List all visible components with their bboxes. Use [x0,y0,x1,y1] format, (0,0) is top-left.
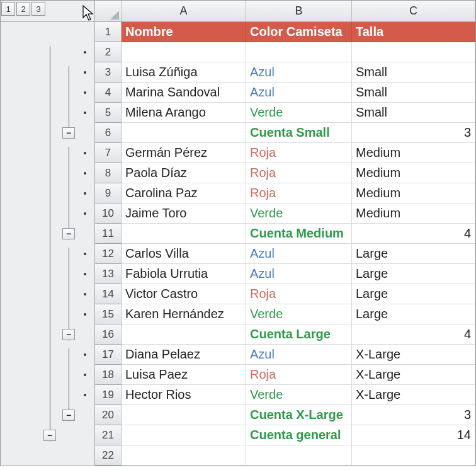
outline-level-1-button[interactable]: 1 [1,2,15,16]
row-header[interactable]: 13 [95,264,122,284]
cell-color[interactable]: Verde [246,304,352,324]
row-header[interactable]: 1 [95,22,122,42]
row-header[interactable]: 7 [95,143,122,163]
cell-nombre[interactable]: Milena Arango [122,103,246,123]
cell-talla[interactable]: Small [352,103,475,123]
cell-talla[interactable] [352,445,475,466]
row-header[interactable]: 17 [95,345,122,365]
collapse-button[interactable]: − [62,410,75,421]
row-header[interactable]: 18 [95,365,122,385]
cell-nombre[interactable] [122,123,246,143]
cell-nombre[interactable]: Karen Hernández [122,304,246,324]
cell-nombre[interactable]: Luisa Zúñiga [122,62,246,83]
cell-nombre[interactable]: Victor Castro [122,284,246,304]
cell-color[interactable]: Roja [246,284,352,304]
cell-nombre[interactable] [122,224,246,244]
row-header[interactable]: 19 [95,385,122,405]
cell-nombre[interactable]: Luisa Paez [122,365,246,385]
cell-color[interactable]: Verde [246,385,352,405]
cell-talla[interactable]: 14 [352,425,475,445]
cell-talla[interactable]: 3 [352,123,475,143]
collapse-button[interactable]: − [62,228,75,239]
row-header[interactable]: 12 [95,244,122,264]
cell-talla[interactable]: Large [352,284,475,304]
column-header-A[interactable]: A [122,1,246,22]
cell-nombre[interactable]: Fabiola Urrutia [122,264,246,284]
collapse-button[interactable]: − [43,430,56,441]
cell-color[interactable]: Verde [246,203,352,224]
header-cell-nombre[interactable]: Nombre [122,22,246,42]
column-header-C[interactable]: C [352,1,475,22]
row-header[interactable]: 22 [95,445,122,466]
row-header[interactable]: 11 [95,224,122,244]
cell-nombre[interactable]: Hector Rios [122,385,246,405]
cell-talla[interactable]: X-Large [352,365,475,385]
cell-talla[interactable]: Medium [352,203,475,224]
row-header[interactable]: 15 [95,304,122,324]
cell-color[interactable]: Cuenta Small [246,123,352,143]
cell-color[interactable]: Roja [246,183,352,203]
cell-color[interactable]: Roja [246,163,352,183]
cell-color[interactable]: Roja [246,143,352,163]
cell-color[interactable]: Cuenta general [246,425,352,445]
cell-talla[interactable]: 4 [352,224,475,244]
cell-nombre[interactable]: Carlos Villa [122,244,246,264]
cell-color[interactable]: Azul [246,244,352,264]
cell-nombre[interactable]: Marina Sandoval [122,83,246,103]
cell-color[interactable] [246,445,352,466]
cell-talla[interactable]: Large [352,264,475,284]
cell-talla[interactable]: X-Large [352,345,475,365]
cell-talla[interactable]: Small [352,83,475,103]
row-header[interactable]: 14 [95,284,122,304]
cell-talla[interactable]: Medium [352,163,475,183]
select-all-corner[interactable] [95,1,122,22]
cell-color[interactable]: Azul [246,345,352,365]
cell-nombre[interactable]: Carolina Paz [122,183,246,203]
cell-talla[interactable]: Medium [352,143,475,163]
column-header-B[interactable]: B [246,1,352,22]
cell-nombre[interactable]: Diana Pelaez [122,345,246,365]
cell-nombre[interactable]: Jaime Toro [122,203,246,224]
cell-talla[interactable] [352,42,475,62]
cell-color[interactable]: Azul [246,264,352,284]
cell-talla[interactable]: Large [352,304,475,324]
cell-talla[interactable]: Large [352,244,475,264]
cell-talla[interactable]: 4 [352,324,475,345]
row-header[interactable]: 2 [95,42,122,62]
cell-nombre[interactable] [122,445,246,466]
row-header[interactable]: 16 [95,324,122,345]
row-header[interactable]: 9 [95,183,122,203]
cell-nombre[interactable] [122,405,246,425]
cell-color[interactable]: Cuenta X-Large [246,405,352,425]
cell-color[interactable]: Verde [246,103,352,123]
row-header[interactable]: 21 [95,425,122,445]
collapse-button[interactable]: − [62,127,75,139]
cell-talla[interactable]: X-Large [352,385,475,405]
outline-level-2-button[interactable]: 2 [16,2,30,16]
cell-nombre[interactable]: Germán Pérez [122,143,246,163]
row-header[interactable]: 3 [95,62,122,83]
row-header[interactable]: 6 [95,123,122,143]
cell-nombre[interactable]: Paola Díaz [122,163,246,183]
cell-talla[interactable]: 3 [352,405,475,425]
cell-color[interactable]: Roja [246,365,352,385]
row-header[interactable]: 10 [95,203,122,224]
row-header[interactable]: 20 [95,405,122,425]
cell-nombre[interactable] [122,42,246,62]
outline-level-3-button[interactable]: 3 [31,2,45,16]
cell-color[interactable]: Cuenta Large [246,324,352,345]
cell-talla[interactable]: Medium [352,183,475,203]
collapse-button[interactable]: − [62,329,75,340]
row-header[interactable]: 5 [95,103,122,123]
cell-talla[interactable]: Small [352,62,475,83]
cell-color[interactable]: Azul [246,62,352,83]
row-header[interactable]: 8 [95,163,122,183]
row-header[interactable]: 4 [95,83,122,103]
header-cell-talla[interactable]: Talla [352,22,475,42]
cell-color[interactable] [246,42,352,62]
cell-nombre[interactable] [122,425,246,445]
header-cell-color[interactable]: Color Camiseta [246,22,352,42]
cell-color[interactable]: Cuenta Medium [246,224,352,244]
cell-nombre[interactable] [122,324,246,345]
cell-color[interactable]: Azul [246,83,352,103]
